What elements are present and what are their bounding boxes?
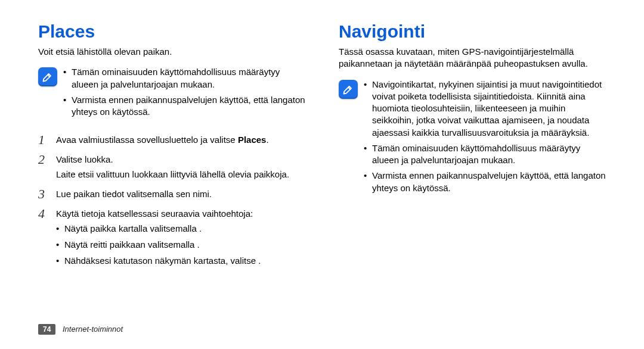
step-number: 2 [38,151,52,169]
step-text: Avaa valmiustilassa sovellusluettelo ja … [56,133,305,146]
step-text: Laite etsii valittuun luokkaan liittyviä… [56,168,305,180]
note-item: Tämän ominaisuuden käyttömahdollisuus mä… [63,66,305,91]
step-body: Lue paikan tiedot valitsemalla sen nimi. [56,188,305,200]
sub-item: Nähdäksesi katutason näkymän kartasta, v… [56,254,305,267]
step-body: Valitse luokka. Laite etsii valittuun lu… [56,153,305,180]
navigointi-note: Navigointikartat, nykyinen sijaintisi ja… [339,79,606,198]
page-number: 74 [38,324,55,335]
step-text: Valitse luokka. [56,153,305,166]
note-item: Varmista ennen paikannuspalvelujen käytt… [63,94,305,119]
note-icon [339,80,358,99]
navigointi-intro: Tässä osassa kuvataan, miten GPS-navigoi… [339,46,606,70]
right-column: Navigointi Tässä osassa kuvataan, miten … [322,21,606,337]
note-item: Varmista ennen paikannuspalvelujen käytt… [364,170,606,194]
footer-section: Internet-toiminnot [63,325,123,334]
navigointi-heading: Navigointi [339,21,606,41]
step-2: 2 Valitse luokka. Laite etsii valittuun … [38,153,305,180]
navigointi-note-list: Navigointikartat, nykyinen sijaintisi ja… [364,79,606,198]
step-body: Käytä tietoja katsellessasi seuraavia va… [56,207,305,267]
left-column: Places Voit etsiä lähistöllä olevan paik… [38,21,322,337]
step-1: 1 Avaa valmiustilassa sovellusluettelo j… [38,133,305,146]
step-text: Käytä tietoja katsellessasi seuraavia va… [56,207,305,220]
step-body: Avaa valmiustilassa sovellusluettelo ja … [56,133,305,146]
step-4: 4 Käytä tietoja katsellessasi seuraavia … [38,207,305,267]
note-icon [38,67,57,86]
page-footer: 74 Internet-toiminnot [38,324,123,335]
step-3: 3 Lue paikan tiedot valitsemalla sen nim… [38,188,305,200]
step-number: 3 [38,185,52,204]
sub-item: Näytä reitti paikkaan valitsemalla . [56,238,305,251]
sub-item: Näytä paikka kartalla valitsemalla . [56,222,305,235]
page: Places Voit etsiä lähistöllä olevan paik… [0,0,644,349]
step-number: 1 [38,131,52,149]
places-steps: 1 Avaa valmiustilassa sovellusluettelo j… [38,133,305,274]
step-number: 4 [38,205,52,223]
step-text: Lue paikan tiedot valitsemalla sen nimi. [56,188,305,200]
places-note-list: Tämän ominaisuuden käyttömahdollisuus mä… [63,66,305,121]
places-note: Tämän ominaisuuden käyttömahdollisuus mä… [38,66,305,121]
places-heading: Places [38,21,305,41]
note-item: Tämän ominaisuuden käyttömahdollisuus mä… [364,142,606,167]
note-item: Navigointikartat, nykyinen sijaintisi ja… [364,79,606,139]
step-sublist: Näytä paikka kartalla valitsemalla . Näy… [56,222,305,267]
places-intro: Voit etsiä lähistöllä olevan paikan. [38,46,305,58]
